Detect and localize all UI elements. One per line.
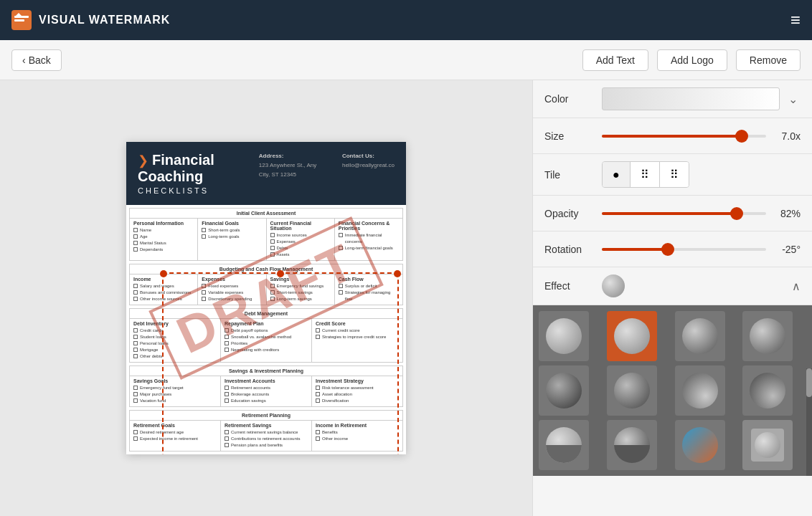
effect-item-2-selected[interactable] — [607, 311, 657, 361]
doc-item-text: Negotiating with creditors — [231, 347, 279, 353]
effect-circle-2 — [614, 318, 650, 354]
doc-item: Salary and wages — [133, 283, 194, 290]
doc-checkbox — [202, 290, 206, 295]
color-swatch[interactable] — [602, 87, 780, 110]
doc-item-text: Marital Status — [140, 240, 166, 247]
add-text-button[interactable]: Add Text — [582, 49, 648, 71]
app-header: VISUAL WATERMARK ≡ — [0, 0, 812, 40]
tile-control: ● ⠿ ⠿ — [602, 161, 801, 188]
doc-item: Expected income in retirement — [133, 436, 217, 442]
effect-circle-1 — [546, 318, 582, 354]
rotation-row: Rotation -25° — [533, 231, 812, 267]
document-preview: ❯ Financial Coaching CHECKLISTS Address:… — [126, 142, 406, 454]
hamburger-menu-icon[interactable]: ≡ — [790, 10, 801, 30]
doc-item-text: Diversification — [322, 398, 349, 404]
doc-item: Debts — [270, 245, 331, 252]
doc-col: Cash FlowSurplus or deficitStrategies fo… — [335, 274, 402, 305]
doc-item-text: Short-term savings — [277, 290, 313, 296]
doc-item-text: Emergency fund target — [140, 385, 184, 391]
doc-title-with-arrow: ❯ Financial Coaching — [138, 152, 259, 185]
doc-checkbox — [133, 335, 138, 339]
effect-circle-11 — [682, 427, 718, 463]
tile-single-button[interactable]: ● — [603, 162, 631, 187]
app-logo-icon — [11, 10, 32, 30]
effect-item-4[interactable] — [742, 311, 793, 361]
color-dropdown-button[interactable]: ⌄ — [785, 92, 801, 106]
doc-checkbox — [270, 297, 275, 301]
effects-scrollbar[interactable] — [806, 368, 812, 476]
doc-checkbox — [133, 436, 138, 441]
back-arrow-icon: ‹ — [22, 54, 26, 66]
doc-section-title: Savings & Investment Planning — [130, 366, 402, 376]
doc-col-title: Financial Goals — [202, 221, 262, 226]
doc-item: Marital Status — [133, 240, 194, 247]
doc-title-area: ❯ Financial Coaching CHECKLISTS — [138, 152, 259, 195]
doc-checkbox — [225, 436, 229, 441]
back-button[interactable]: ‹ Back — [11, 49, 62, 71]
size-slider-thumb[interactable] — [735, 130, 748, 143]
size-slider[interactable] — [602, 129, 766, 143]
doc-col-title: Income in Retirement — [316, 423, 399, 428]
effect-item-6[interactable] — [607, 366, 657, 416]
tile-quad-button[interactable]: ⠿ — [631, 162, 660, 187]
doc-col: Repayment PlanDebt payoff optionsSnowbal… — [221, 319, 312, 362]
doc-item: Short-term goals — [202, 227, 262, 234]
doc-checkbox — [133, 398, 138, 403]
doc-item: Other debts — [133, 353, 217, 360]
doc-checkbox — [270, 284, 275, 288]
doc-col-title: Investment Strategy — [316, 378, 399, 383]
tile-many-button[interactable]: ⠿ — [660, 162, 689, 187]
doc-item: Benefits — [316, 429, 399, 436]
doc-item-text: Dependants — [140, 247, 163, 253]
doc-item-text: Credit cards — [140, 328, 163, 334]
effect-header[interactable]: Effect ∧ — [533, 267, 812, 305]
doc-col: Financial GoalsShort-term goalsLong-term… — [198, 219, 266, 260]
effect-item-11[interactable] — [675, 420, 725, 470]
effect-circle-3 — [682, 318, 718, 354]
doc-item: Long-term goals — [202, 234, 262, 240]
doc-col-title: Retirement Savings — [225, 423, 308, 428]
doc-checkbox — [133, 354, 138, 358]
effect-item-10[interactable] — [607, 420, 657, 470]
doc-item: Long-term financial goals — [339, 245, 399, 252]
effect-item-1[interactable] — [539, 311, 589, 361]
effect-item-3[interactable] — [675, 311, 725, 361]
doc-col-title: Personal Information — [133, 221, 194, 226]
opacity-slider[interactable] — [602, 206, 766, 221]
remove-button[interactable]: Remove — [736, 49, 801, 71]
color-label: Color — [544, 93, 602, 105]
doc-item-text: Snowball vs. avalanche method — [231, 334, 291, 340]
doc-col-title: Credit Score — [316, 321, 399, 326]
doc-item-text: Fixed expenses — [208, 283, 238, 290]
doc-item: Assets — [270, 252, 331, 258]
rotation-slider-thumb[interactable] — [661, 243, 674, 256]
doc-item-text: Other income sources — [140, 296, 182, 302]
rotation-slider[interactable] — [602, 242, 766, 257]
doc-checkbox — [270, 233, 275, 237]
doc-item: Brokerage accounts — [225, 391, 308, 398]
opacity-slider-thumb[interactable] — [730, 207, 743, 220]
doc-item: Priorities — [225, 340, 308, 347]
doc-item-text: Asset allocation — [322, 391, 352, 398]
doc-col-title: Cash Flow — [339, 277, 399, 282]
effect-item-8[interactable] — [742, 366, 793, 416]
effect-item-7[interactable] — [675, 366, 725, 416]
opacity-value: 82% — [766, 208, 801, 219]
doc-col: Savings GoalsEmergency fund targetMajor … — [130, 376, 221, 406]
effect-item-5[interactable] — [539, 366, 589, 416]
doc-item: Negotiating with creditors — [225, 347, 308, 353]
doc-checkbox — [133, 284, 138, 288]
add-logo-button[interactable]: Add Logo — [657, 49, 727, 71]
doc-item: Bonuses and commissions — [133, 290, 194, 296]
size-control — [602, 129, 766, 143]
effect-item-9[interactable] — [539, 420, 589, 470]
doc-item-text: Vacation fund — [140, 398, 166, 404]
doc-checkbox — [202, 297, 206, 301]
size-value: 7.0x — [766, 130, 801, 142]
doc-item: Student loans — [133, 334, 217, 340]
doc-checkbox — [202, 228, 206, 232]
doc-item: Education savings — [225, 398, 308, 404]
doc-section: Initial Client AssessmentPersonal Inform… — [129, 208, 403, 261]
effect-item-12[interactable] — [742, 420, 793, 470]
doc-address-value: 123 Anywhere St., Any City, ST 12345 — [259, 161, 328, 180]
